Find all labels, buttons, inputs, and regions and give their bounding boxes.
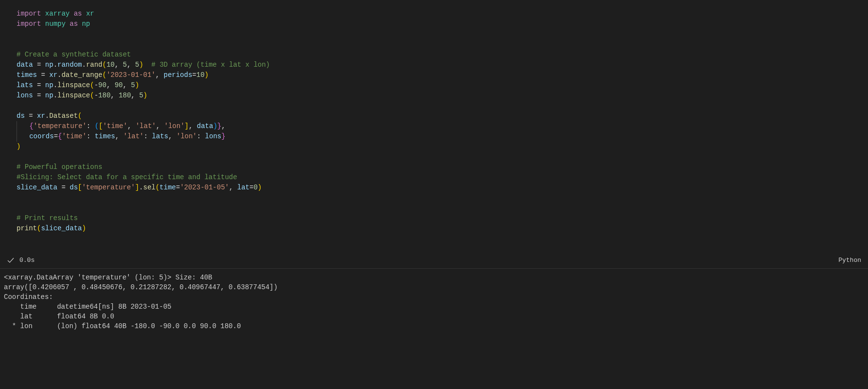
- code-line-comment[interactable]: #Slicing: Select data for a specific tim…: [17, 172, 868, 183]
- var: data: [17, 61, 33, 69]
- code-line-blank[interactable]: [17, 234, 868, 244]
- code-cell[interactable]: import xarray as xr import numpy as np #…: [0, 0, 868, 253]
- code-line-data[interactable]: data = np.random.rand(10, 5, 5) # 3D arr…: [17, 60, 868, 70]
- code-line-slice[interactable]: slice_data = ds['temperature'].sel(time=…: [17, 183, 868, 193]
- code-line-ds-dict[interactable]: {'temperature': (['time', 'lat', 'lon'],…: [17, 121, 868, 131]
- keyword-as: as: [70, 20, 78, 28]
- code-line-comment[interactable]: # Print results: [17, 213, 868, 223]
- comment: # 3D array (time x lat x lon): [143, 61, 270, 69]
- module-name: numpy: [45, 20, 66, 28]
- check-icon: [7, 257, 15, 264]
- cell-status-bar: 0.0s Python: [0, 253, 868, 269]
- code-line-print[interactable]: print(slice_data): [17, 223, 868, 234]
- alias: np: [82, 20, 90, 28]
- output-line: Coordinates:: [4, 292, 864, 302]
- code-line-blank[interactable]: [17, 152, 868, 162]
- code-line-blank[interactable]: [17, 101, 868, 111]
- code-line-blank[interactable]: [17, 193, 868, 203]
- comment: # Create a synthetic dataset: [17, 51, 131, 58]
- code-line-ds-close[interactable]: ): [17, 142, 868, 152]
- kernel-selector[interactable]: Python: [838, 256, 861, 265]
- code-line-ds[interactable]: ds = xr.Dataset(: [17, 111, 868, 121]
- code-line-blank[interactable]: [17, 39, 868, 50]
- code-line-blank[interactable]: [17, 29, 868, 39]
- code-line-times[interactable]: times = xr.date_range('2023-01-01', peri…: [17, 70, 868, 80]
- output-line: lat float64 8B 0.0: [4, 312, 864, 321]
- module-name: xarray: [45, 10, 70, 18]
- code-line-blank[interactable]: [17, 203, 868, 213]
- execution-time: 0.0s: [19, 256, 35, 265]
- code-line-lats[interactable]: lats = np.linspace(-90, 90, 5): [17, 80, 868, 91]
- keyword-import: import: [17, 10, 41, 18]
- keyword-import: import: [17, 20, 41, 28]
- keyword-as: as: [74, 10, 82, 18]
- code-line-comment[interactable]: # Create a synthetic dataset: [17, 50, 868, 60]
- func: rand: [86, 61, 103, 69]
- output-line: * lon (lon) float64 40B -180.0 -90.0 0.0…: [4, 321, 864, 331]
- output-line: <xarray.DataArray 'temperature' (lon: 5)…: [4, 273, 864, 282]
- alias: xr: [86, 10, 94, 18]
- code-line-1[interactable]: import xarray as xr: [17, 9, 868, 19]
- code-line-comment[interactable]: # Powerful operations: [17, 162, 868, 172]
- code-line-lons[interactable]: lons = np.linspace(-180, 180, 5): [17, 91, 868, 101]
- output-line: array([0.4206057 , 0.48450676, 0.2128728…: [4, 282, 864, 292]
- code-line-2[interactable]: import numpy as np: [17, 19, 868, 29]
- output-line: time datetime64[ns] 8B 2023-01-05: [4, 302, 864, 312]
- output-cell: <xarray.DataArray 'temperature' (lon: 5)…: [0, 269, 868, 346]
- code-line-ds-coords[interactable]: coords={'time': times, 'lat': lats, 'lon…: [17, 131, 868, 142]
- status-left: 0.0s: [7, 256, 35, 265]
